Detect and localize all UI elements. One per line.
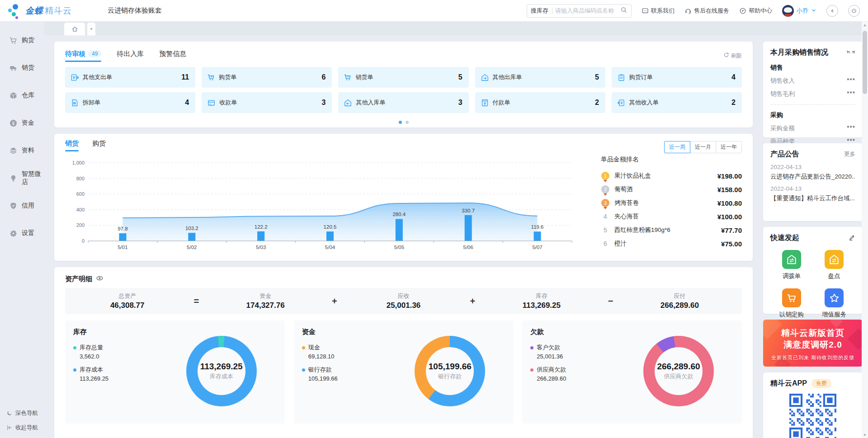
donut-center-value: 113,269.25 (200, 362, 243, 372)
trend-tab-label: 销货 (65, 139, 79, 148)
monthly-summary-card: 本月采购销售情况 销售销售收入***销售毛利***采购采购金额***商品种类**… (763, 42, 863, 137)
brand-logo[interactable]: 金蝶 精斗云 (6, 3, 97, 19)
survey-banner[interactable]: 精斗云新版首页 满意度调研2.0 全新首页已到来 期待收到您的反馈 (763, 320, 863, 367)
ranking-row[interactable]: 3烤海苔卷¥100.80 (601, 196, 742, 210)
sidebar-item-data[interactable]: 资料 (0, 141, 44, 160)
sidebar-item-credit[interactable]: 信用 (0, 197, 44, 215)
doc-card-other-outbound[interactable]: 其他出库单5 (475, 67, 605, 88)
scroll-down-arrow[interactable]: ▼ (862, 432, 868, 438)
period-button-2[interactable]: 近一年 (716, 141, 742, 153)
quick-item-stocktake[interactable]: 盘点 (813, 250, 855, 280)
quick-item-label: 增值服务 (822, 311, 846, 319)
doc-card-sales-bill[interactable]: 销货单5 (338, 67, 468, 88)
page-scrollbar[interactable]: ▲ ▼ (862, 22, 868, 438)
sidebar-item-warehouse[interactable]: 仓库 (0, 86, 44, 104)
period-button-0[interactable]: 近一周 (664, 141, 690, 153)
announcement-date: 2022-04-13 (770, 164, 855, 170)
scroll-up-arrow[interactable]: ▲ (862, 22, 868, 28)
rank-number: 4 (601, 213, 610, 220)
logout-button[interactable] (848, 5, 860, 17)
search-icon[interactable] (620, 6, 627, 15)
refresh-button[interactable]: 刷新 (723, 52, 742, 60)
period-button-1[interactable]: 近一月 (690, 141, 716, 153)
quick-title: 快速发起 (770, 233, 799, 243)
svg-text:120.5: 120.5 (324, 224, 337, 230)
eye-closed-icon[interactable] (846, 49, 855, 57)
cart-icon (9, 36, 18, 45)
quick-item-purchase-by-sales[interactable]: 以销定购 (770, 288, 813, 319)
cart-plus-icon (207, 73, 215, 81)
more-link[interactable]: 更多 (844, 151, 855, 158)
rank-product-name: 橙汁 (614, 240, 721, 248)
sidebar-item-dark-nav[interactable]: 深色导航 (0, 407, 44, 419)
truck-icon (9, 64, 18, 72)
sidebar-item-collapse-nav[interactable]: 收起导航 (0, 422, 44, 433)
banner-line1: 精斗云新版首页 (763, 327, 863, 339)
sidebar-item-purchase[interactable]: 购货 (0, 31, 44, 49)
cart-minus-icon (344, 73, 352, 81)
scroll-thumb[interactable] (863, 31, 867, 94)
announcement-item[interactable]: 2022-04-13云进销存产品更新公告_20220... (770, 164, 855, 181)
todo-tab-0[interactable]: 待审核49 (65, 50, 101, 62)
pager-dot-1[interactable] (406, 121, 409, 124)
header-link-help[interactable]: 帮助中心 (739, 7, 772, 15)
todo-tab-2[interactable]: 预警信息 (159, 50, 186, 62)
svg-text:5/06: 5/06 (463, 245, 473, 250)
header-link-after-sales[interactable]: 售后在线服务 (684, 7, 729, 15)
back-button[interactable] (826, 5, 838, 17)
doc-card-payment[interactable]: 付款单2 (475, 92, 605, 113)
star-icon (825, 288, 844, 307)
app-title: 精斗云APP (770, 379, 807, 388)
doc-card-purchase-bill[interactable]: 购货单6 (202, 67, 332, 88)
monthly-row-label: 采购金额 (770, 124, 795, 132)
trend-tab-0[interactable]: 销货 (65, 139, 79, 151)
doc-card-other-income[interactable]: 其他收入单2 (612, 92, 742, 113)
dashboard-page: 金蝶 精斗云 云进销存体验账套 搜库存 联系我们售后在线服务帮助中心 小乔 购货… (0, 0, 868, 438)
sidebar-item-funds[interactable]: 资金 (0, 114, 44, 132)
ranking-row[interactable]: 6橙汁¥75.00 (601, 237, 742, 250)
trend-tab-1[interactable]: 购货 (92, 139, 106, 151)
eye-icon[interactable] (96, 274, 104, 283)
doc-card-purchase-order[interactable]: 购货订单4 (612, 67, 742, 88)
ranking-row[interactable]: 5西红柿意粉酱190g*6¥77.70 (601, 223, 742, 237)
formula-operator: + (466, 296, 479, 306)
sales-trend-chart: 02004006008001,00097.8103.2122.2120.5280… (63, 157, 583, 258)
svg-text:5/04: 5/04 (325, 245, 335, 250)
search-scope-selector[interactable]: 搜库存 (531, 7, 552, 15)
rank-number: 6 (601, 240, 610, 247)
ranking-row[interactable]: 4夹心海苔¥100.00 (601, 210, 742, 223)
quick-item-value-added[interactable]: 增值服务 (813, 288, 855, 319)
doc-card-other-expense[interactable]: 其他支出单11 (65, 67, 195, 88)
sidebar-item-settings[interactable]: 设置 (0, 224, 44, 242)
user-menu[interactable]: 小乔 (782, 5, 816, 17)
formula-operator: + (328, 296, 341, 306)
legend-label: 客户欠款 (537, 344, 560, 352)
tab-home[interactable] (64, 23, 85, 35)
ranking-panel: 单品金额排名 1果汁饮品礼盒¥198.002葡萄酒¥158.003烤海苔卷¥10… (601, 155, 742, 250)
asset-panel-funds: 资金现金69,128.10银行存款105,199.66105,199.66银行存… (294, 320, 514, 424)
announcement-text: 【重要通知】精斗云工作台域... (770, 194, 855, 203)
right-column: 本月采购销售情况 销售销售收入***销售毛利***采购采购金额***商品种类**… (763, 42, 863, 438)
header-links: 联系我们售后在线服务帮助中心 (642, 7, 772, 15)
doc-card-disassembly[interactable]: 拆卸单4 (65, 92, 195, 113)
logo-text-cloud: 精斗云 (45, 5, 72, 17)
header-link-contact[interactable]: 联系我们 (642, 7, 675, 15)
announcement-date: 2022-04-13 (770, 185, 855, 192)
pencil-icon[interactable] (849, 234, 855, 242)
tab-list-dropdown[interactable] (87, 23, 95, 35)
search-input[interactable] (555, 7, 620, 14)
ranking-row[interactable]: 1果汁饮品礼盒¥198.00 (601, 169, 742, 183)
sidebar-item-sales[interactable]: 销货 (0, 59, 44, 77)
sidebar-item-smart-store[interactable]: 智慧微店 (0, 169, 44, 187)
doc-card-receipt[interactable]: 收款单3 (202, 92, 332, 113)
asset-panel-inventory: 库存库存总量3,562.0库存成本113,269.25113,269.25库存成… (65, 320, 285, 424)
cart-white-icon (782, 288, 801, 307)
quick-item-transfer[interactable]: 调拨单 (770, 250, 813, 280)
announcement-item[interactable]: 2022-04-13【重要通知】精斗云工作台域... (770, 185, 855, 203)
todo-tab-1[interactable]: 待出入库 (117, 50, 144, 62)
doc-card-other-inbound[interactable]: 其他入库单3 (338, 92, 468, 113)
pager-dot-0[interactable] (399, 121, 402, 124)
ranking-row[interactable]: 2葡萄酒¥158.00 (601, 183, 742, 196)
period-switch: 近一周近一月近一年 (665, 141, 742, 153)
sidebar-item-label: 购货 (22, 36, 34, 44)
